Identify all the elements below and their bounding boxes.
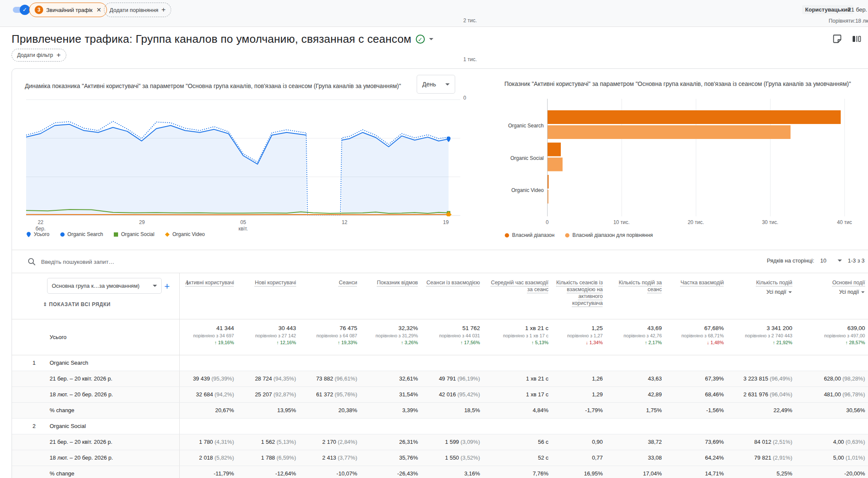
totals-cell: 639,00порівняно з 497,00↑ 28,57%: [798, 319, 868, 355]
cell-value: 22,49%: [730, 403, 798, 418]
custom-range-tag[interactable]: Користувацький: [802, 5, 853, 14]
cell-value: 628,00 (98,28%): [798, 371, 868, 387]
chevron-down-icon: [445, 83, 450, 86]
table-row[interactable]: 21 бер. – 20 квіт. 2026 р.39 439 (95,39%…: [12, 371, 868, 387]
cell-value: 1 780 (4,31%): [180, 434, 240, 450]
close-icon[interactable]: ✕: [96, 6, 101, 13]
sort-descending-icon[interactable]: ↓: [186, 279, 190, 286]
row-number: 2: [33, 423, 36, 429]
column-header-label[interactable]: Кількість подій: [756, 280, 792, 286]
legend-item: Organic Video: [165, 231, 205, 237]
column-header[interactable]: Кількість подійУсі події: [730, 273, 798, 319]
cell-percent: (96,19%): [457, 375, 480, 382]
column-header[interactable]: Частка взаємодій: [668, 273, 730, 319]
report-title-row: Привлечение трафика: Группа каналов по у…: [12, 32, 433, 46]
column-header[interactable]: Середній час взаємодії за сеанс: [486, 273, 554, 319]
column-header-label[interactable]: Нові користувачі: [255, 280, 296, 286]
group-header-row[interactable]: 1Organic Search: [12, 355, 868, 371]
cell-value: 16,95%: [554, 466, 609, 478]
empty-cell: [302, 419, 363, 434]
column-header[interactable]: Кількість подій за сеанс: [609, 273, 668, 319]
column-header-label[interactable]: Кількість сеансів із взаємодією на актив…: [556, 280, 603, 306]
totals-row: Усього 41 344порівняно з 34 697↑ 19,16%3…: [12, 319, 868, 355]
column-header-label[interactable]: Частка взаємодій: [681, 280, 724, 286]
table-row[interactable]: 18 лют. – 20 бер. 2026 р.32 684 (94,2%)2…: [12, 387, 868, 403]
cell-value: 79 821 (2,91%): [730, 450, 798, 466]
rows-per-page-select[interactable]: 10: [820, 257, 841, 264]
column-header[interactable]: Основні подіїУсі події: [798, 273, 868, 319]
cell-percent: (96,04%): [770, 391, 792, 398]
cell-percent: (95,76%): [335, 391, 357, 398]
table-row[interactable]: 18 лют. – 20 бер. 2026 р.2 018 (5,82%)1 …: [12, 450, 868, 466]
cell-percent: (96,61%): [335, 375, 357, 382]
date-range-text[interactable]: 21 бер.: [848, 6, 867, 13]
column-header-label[interactable]: Сеанси: [339, 280, 357, 286]
table-row[interactable]: 21 бер. – 20 квіт. 2026 р.1 780 (4,31%)1…: [12, 434, 868, 450]
group-dimension-cell: 2Organic Social: [12, 419, 180, 434]
cell-value: 35,76%: [363, 450, 424, 466]
cell-value: 73 882 (96,61%): [302, 371, 363, 387]
search-input[interactable]: [41, 255, 298, 268]
line-chart-legend: УсьогоOrganic SearchOrganic SocialOrgani…: [26, 231, 205, 237]
table-row[interactable]: % change-11,79%-12,64%-10,07%-26,43%3,16…: [12, 466, 868, 478]
event-scope-dropdown[interactable]: Усі події: [730, 289, 792, 295]
column-header[interactable]: Нові користувачі: [240, 273, 302, 319]
circle-icon: [504, 233, 510, 238]
cell-value: -1,79%: [554, 403, 609, 418]
column-header-label[interactable]: Основні події: [832, 280, 865, 286]
cell-value: 52 с: [486, 450, 554, 466]
data-quality-check-icon[interactable]: ✓: [416, 35, 425, 44]
cell-value: 32 684 (94,2%): [180, 387, 240, 402]
cell-percent: (6,59%): [276, 454, 296, 461]
add-filter-button[interactable]: Додати фільтр +: [12, 49, 66, 62]
totals-delta: ↑ 21,92%: [730, 338, 792, 345]
column-header[interactable]: Показник відмов: [363, 273, 424, 319]
interval-dropdown[interactable]: День: [417, 75, 455, 94]
add-comparison-button[interactable]: Додати порівняння +: [104, 3, 171, 17]
totals-value: 639,00: [798, 319, 865, 331]
legend-item: Усього: [26, 231, 50, 237]
cell-value: 25 207 (92,87%): [240, 387, 302, 402]
notes-icon[interactable]: [832, 34, 842, 44]
app-root: ✓ 3 Звичайний трафік ✕ Додати порівняння…: [0, 0, 868, 478]
bar-x-tick-label: 40 тис: [832, 219, 857, 226]
page-info: 1-3 з 3: [848, 257, 865, 264]
column-header[interactable]: Сеанси із взаємодією: [424, 273, 486, 319]
bar-chart-title: Показник "Активні користувачі" за параме…: [504, 80, 859, 89]
column-header[interactable]: ↓Активні користувачі: [180, 273, 240, 319]
cell-percent: (94,2%): [214, 391, 234, 398]
event-scope-dropdown[interactable]: Усі події: [798, 289, 865, 295]
add-dimension-button[interactable]: +: [164, 281, 170, 292]
pin-icon: [26, 232, 31, 237]
line-chart-title: Динаміка показника "Активні користувачі"…: [25, 82, 423, 91]
segment-chip-label: Звичайний трафік: [46, 7, 92, 13]
chevron-down-icon[interactable]: [429, 38, 433, 40]
totals-delta: ↑ 28,57%: [798, 338, 865, 345]
column-header-label[interactable]: Показник відмов: [377, 280, 418, 286]
table-row[interactable]: % change20,67%13,95%20,38%3,39%18,5%4,84…: [12, 403, 868, 419]
comparison-icon[interactable]: [851, 34, 862, 44]
cell-value: 67,39%: [668, 371, 730, 387]
dimension-dropdown[interactable]: Основна група к…за умовчанням): [47, 278, 162, 294]
cell-value: 26,31%: [363, 434, 424, 450]
column-header[interactable]: Сеанси: [302, 273, 363, 319]
column-header-label[interactable]: Сеанси із взаємодією: [427, 280, 480, 286]
cell-value: 0,77: [554, 450, 609, 466]
column-header-label[interactable]: Активні користувачі: [185, 280, 234, 286]
segment-toggle[interactable]: ✓: [13, 6, 30, 14]
cell-percent: (98,28%): [842, 375, 865, 382]
column-header-label[interactable]: Кількість подій за сеанс: [619, 280, 662, 292]
column-header[interactable]: Кількість сеансів із взаємодією на актив…: [554, 273, 609, 319]
cell-percent: (94,35%): [273, 375, 296, 382]
totals-value: 1 хв 21 с: [486, 319, 548, 331]
show-all-rows-button[interactable]: ⇕ ПОКАЗАТИ ВСІ РЯДКИ: [43, 301, 111, 307]
bar-category-label: Organic Video: [492, 187, 544, 193]
totals-compare: порівняно з 2 740 443: [730, 331, 792, 338]
empty-cell: [240, 419, 302, 434]
column-header-label[interactable]: Середній час взаємодії за сеанс: [491, 280, 548, 292]
group-header-row[interactable]: 2Organic Social: [12, 419, 868, 434]
cell-value: 43,63: [609, 371, 668, 387]
totals-delta: ↑ 3,26%: [363, 338, 418, 345]
segment-chip[interactable]: 3 Звичайний трафік ✕: [29, 3, 107, 17]
empty-cell: [668, 355, 730, 371]
